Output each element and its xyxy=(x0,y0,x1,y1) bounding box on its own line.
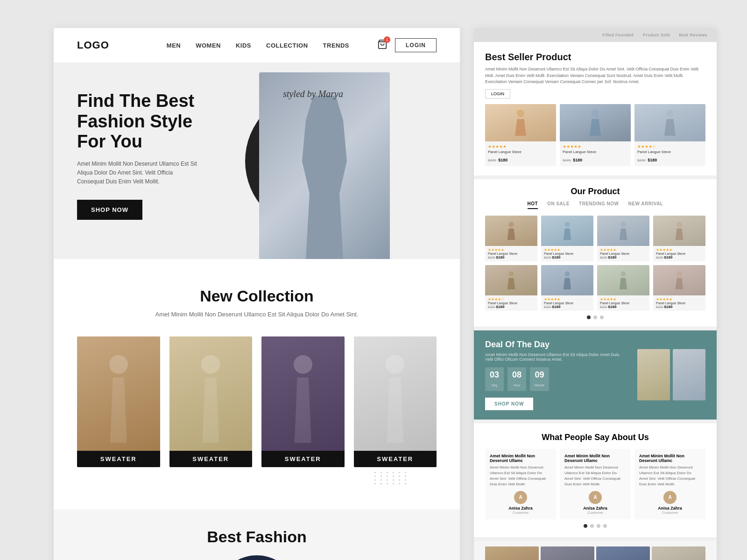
collection-label-3: SWEATER xyxy=(261,451,345,467)
preview-tag-1: Filled Founded xyxy=(602,33,634,37)
collection-img-3 xyxy=(261,336,345,467)
bs-login-button[interactable]: LOGIN xyxy=(485,89,510,98)
bs-product-img-2 xyxy=(560,104,631,141)
logo: LOGO xyxy=(77,39,109,51)
nav-men[interactable]: MEN xyxy=(167,42,181,49)
nav-kids[interactable]: KIDS xyxy=(236,42,251,49)
op-item-4[interactable]: ★★★★★ Panel Langue Steve $220 $180 xyxy=(653,216,705,261)
deal-img-2 xyxy=(673,349,705,400)
collection-label-4: SWEATER xyxy=(354,451,437,467)
tab-on-sale[interactable]: ON SALE xyxy=(547,201,570,209)
new-collection-subtitle: Amet Minim Mollit Non Deserunt Ullamco E… xyxy=(77,311,437,318)
op-grid-row2: ★★★★☆ Panel Langue Steve $220 $180 ★★★★★… xyxy=(485,265,705,311)
deal-timer: 03 Day 08 Hour 09 Minute xyxy=(485,367,628,391)
op-item-7[interactable]: ★★★★★ Panel Langue Steve $220 $180 xyxy=(597,265,649,311)
collection-label-1: SWEATER xyxy=(77,451,160,467)
our-product-section: Our Product HOT ON SALE TRENDING NOW NEW… xyxy=(474,179,717,327)
tab-hot[interactable]: HOT xyxy=(528,201,538,209)
collection-img-1 xyxy=(77,336,160,467)
nav-trends[interactable]: TRENDS xyxy=(323,42,349,49)
collection-grid: SWEATER SWEATER SWEATER SWEATER xyxy=(77,336,437,467)
timer-minute: 09 Minute xyxy=(530,367,549,391)
deal-section: Deal Of The Day Amet Minim Mollit Non De… xyxy=(474,330,717,420)
deal-img-1 xyxy=(637,349,670,400)
hero-model-figure xyxy=(259,72,390,259)
hat-figure xyxy=(226,555,287,560)
best-seller-desc: Amet Minim Mollit Non Deserunt Ullamco E… xyxy=(485,66,705,85)
op-item-8[interactable]: ★★★★★ Panel Langue Steve $220 $180 xyxy=(653,265,705,311)
best-fashion-title: Best Fashion xyxy=(77,528,437,546)
op-item-3[interactable]: ★★★★★ Panel Langue Steve $220 $180 xyxy=(597,216,649,261)
timer-day: 03 Day xyxy=(485,367,504,391)
insta-img-1[interactable] xyxy=(485,546,539,560)
op-item-2[interactable]: ★★★★★ Panel Langue Steve $220 $180 xyxy=(541,216,593,261)
testimonial-card-3: Amet Minim Mollit Non Deserunt Ullamc Am… xyxy=(634,449,705,519)
insta-img-3[interactable] xyxy=(596,546,650,560)
op-item-5[interactable]: ★★★★☆ Panel Langue Steve $220 $180 xyxy=(485,265,537,311)
op-tabs: HOT ON SALE TRENDING NOW NEW ARRIVAL xyxy=(485,201,705,209)
op-item-img-5 xyxy=(485,265,537,295)
dot-4[interactable] xyxy=(603,524,607,528)
op-item-img-3 xyxy=(597,216,649,246)
collection-label-2: SWEATER xyxy=(169,451,253,467)
instagram-section: Follow out Instgram : @Fitath_trends MEN… xyxy=(474,541,717,560)
bs-product-1[interactable]: ★★★★★ Panel Langue Steve $220 $180 xyxy=(485,104,556,166)
op-item-img-8 xyxy=(653,265,705,295)
hero-script: styled by Marya xyxy=(283,89,343,99)
hero-title: Find The Best Fashion Style For You xyxy=(77,91,208,152)
bs-product-img-3 xyxy=(634,104,705,141)
insta-grid xyxy=(485,546,705,560)
avatar-1: A xyxy=(514,491,527,504)
nav-actions: 1 LOGIN xyxy=(377,38,437,52)
preview-tag-2: Product Sold xyxy=(643,33,670,37)
right-top-preview: Filled Founded Product Sold Best Reviews xyxy=(474,28,717,42)
collection-img-2 xyxy=(169,336,253,467)
timer-hour: 08 Hour xyxy=(507,367,526,391)
testimonials-title: What People Say About Us xyxy=(485,433,705,442)
deal-title: Deal Of The Day xyxy=(485,340,628,350)
cart-icon[interactable]: 1 xyxy=(377,39,388,51)
collection-item-2[interactable]: SWEATER xyxy=(169,336,253,467)
main-panel: LOGO MEN WOMEN KIDS COLLECTION TRENDS 1 … xyxy=(54,28,460,560)
collection-item-4[interactable]: SWEATER xyxy=(354,336,437,467)
nav-links: MEN WOMEN KIDS COLLECTION TRENDS xyxy=(167,41,349,49)
bs-product-img-1 xyxy=(485,104,556,141)
op-item-img-2 xyxy=(541,216,593,246)
our-product-title: Our Product xyxy=(485,187,705,196)
bs-product-3[interactable]: ★★★★☆ Panel Langue Steve $220 $180 xyxy=(634,104,705,166)
login-button[interactable]: LOGIN xyxy=(395,38,437,52)
nav-women[interactable]: WOMEN xyxy=(196,42,221,49)
collection-item-3[interactable]: SWEATER xyxy=(261,336,345,467)
dot-2[interactable] xyxy=(590,524,594,528)
op-item-img-4 xyxy=(653,216,705,246)
shop-now-button[interactable]: SHOP NOW xyxy=(77,200,142,220)
nav-collection[interactable]: COLLECTION xyxy=(266,42,308,49)
right-panel: Filled Founded Product Sold Best Reviews… xyxy=(474,28,717,560)
op-item-6[interactable]: ★★★★★ Panel Langue Steve $220 $180 xyxy=(541,265,593,311)
hero-subtitle: Amet Minim Mollit Non Deserunt Ullamco E… xyxy=(77,160,198,187)
new-collection-section: New Collection Amet Minim Mollit Non Des… xyxy=(54,259,460,509)
new-collection-title: New Collection xyxy=(77,287,437,305)
op-item-img-1 xyxy=(485,216,537,246)
deal-content: Deal Of The Day Amet Minim Mollit Non De… xyxy=(485,340,628,410)
bs-product-2[interactable]: ★★★★★ Panel Langue Steve $220 $180 xyxy=(560,104,631,166)
op-item-img-6 xyxy=(541,265,593,295)
best-fashion-section: Best Fashion xyxy=(54,509,460,560)
collection-item-1[interactable]: SWEATER xyxy=(77,336,160,467)
dot-3[interactable] xyxy=(597,524,600,528)
tab-trending[interactable]: TRENDING NOW xyxy=(579,201,619,209)
best-seller-title: Best Seller Product xyxy=(485,51,705,63)
hero-text: Find The Best Fashion Style For You Amet… xyxy=(77,91,208,220)
insta-img-2[interactable] xyxy=(541,546,594,560)
deal-shop-now-button[interactable]: SHOP NOW xyxy=(485,398,533,410)
avatar-3: A xyxy=(663,491,677,504)
dot-1[interactable] xyxy=(584,524,587,528)
bs-text-block: Best Seller Product Amet Minim Mollit No… xyxy=(485,51,705,98)
op-item-1[interactable]: ★★★★★ Panel Langue Steve $220 $180 xyxy=(485,216,537,261)
deal-desc: Amet Minim Mollit Non Deserunt Ullamco E… xyxy=(485,352,628,362)
cart-badge: 1 xyxy=(384,36,390,43)
tab-new-arrival[interactable]: NEW ARRIVAL xyxy=(628,201,663,209)
collection-img-4 xyxy=(354,336,437,467)
testimonials-section: What People Say About Us Amet Minim Moll… xyxy=(474,423,717,537)
insta-img-4[interactable] xyxy=(652,546,705,560)
